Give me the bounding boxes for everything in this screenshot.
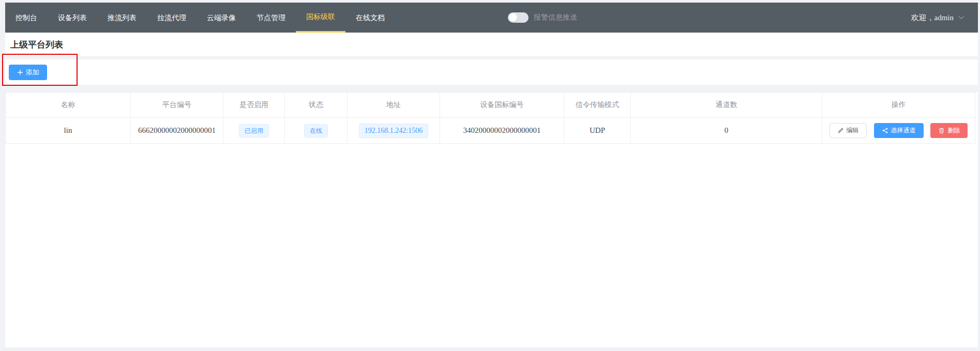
alarm-push-control: 报警信息推送 (508, 3, 577, 33)
col-header-status: 状态 (285, 93, 348, 118)
nav-item-push-list[interactable]: 推流列表 (97, 3, 147, 33)
enabled-badge: 已启用 (239, 124, 269, 138)
edit-button[interactable]: 编辑 (830, 123, 867, 138)
app-window: 控制台 设备列表 推流列表 拉流代理 云端录像 节点管理 国标级联 在线文档 报… (5, 3, 978, 347)
top-nav: 控制台 设备列表 推流列表 拉流代理 云端录像 节点管理 国标级联 在线文档 报… (5, 3, 978, 33)
share-icon (882, 127, 888, 134)
add-button[interactable]: 添加 (9, 65, 47, 80)
alarm-push-label: 报警信息推送 (534, 13, 577, 22)
cell-transport-mode: UDP (564, 118, 631, 144)
cell-name: lin (6, 118, 131, 144)
nav-item-cloud-record[interactable]: 云端录像 (197, 3, 246, 33)
cell-platform-id: 66620000002000000001 (131, 118, 223, 144)
select-channel-button-label: 选择通道 (891, 126, 916, 135)
plus-icon (17, 69, 23, 75)
title-bar: 上级平台列表 (5, 33, 978, 56)
pencil-icon (837, 127, 844, 134)
cell-address: 192.168.1.242:1506 (348, 118, 440, 144)
welcome-text: 欢迎，admin (911, 13, 954, 23)
delete-button-label: 删除 (947, 126, 960, 135)
col-header-address: 地址 (348, 93, 440, 118)
col-header-device-gb-id: 设备国标编号 (440, 93, 564, 118)
add-button-label: 添加 (26, 68, 39, 77)
edit-button-label: 编辑 (847, 126, 859, 135)
col-header-name: 名称 (6, 93, 131, 118)
address-badge: 192.168.1.242:1506 (359, 124, 428, 138)
nav-item-device-list[interactable]: 设备列表 (48, 3, 97, 33)
cell-device-gb-id: 34020000002000000001 (440, 118, 564, 144)
status-badge: 在线 (304, 124, 328, 138)
col-header-transport: 信令传输模式 (564, 93, 631, 118)
cell-channel-count: 0 (631, 118, 822, 144)
chevron-down-icon (958, 16, 964, 20)
toolbar: 添加 (5, 59, 978, 85)
divider (5, 85, 978, 92)
trash-icon (938, 127, 945, 134)
table-header-row: 名称 平台编号 是否启用 状态 地址 设备国标编号 信令传输模式 通道数 操作 (6, 93, 975, 118)
delete-button[interactable]: 删除 (930, 123, 968, 138)
nav-item-pull-proxy[interactable]: 拉流代理 (147, 3, 197, 33)
cell-enabled: 已启用 (223, 118, 285, 144)
user-menu[interactable]: 欢迎，admin (911, 3, 965, 33)
col-header-channel-count: 通道数 (631, 93, 822, 118)
col-header-platform-id: 平台编号 (131, 93, 223, 118)
table-row: lin 66620000002000000001 已启用 在线 192.168.… (6, 118, 975, 144)
cell-actions: 编辑 选择通道 (822, 118, 975, 144)
nav-item-node-manage[interactable]: 节点管理 (246, 3, 296, 33)
nav-item-gb-cascade[interactable]: 国标级联 (296, 3, 345, 33)
nav-menu: 控制台 设备列表 推流列表 拉流代理 云端录像 节点管理 国标级联 在线文档 (5, 3, 978, 33)
col-header-enabled: 是否启用 (223, 93, 285, 118)
toggle-knob (509, 13, 517, 22)
platform-table-card: 名称 平台编号 是否启用 状态 地址 设备国标编号 信令传输模式 通道数 操作 … (5, 92, 978, 347)
nav-item-online-docs[interactable]: 在线文档 (345, 3, 395, 33)
alarm-push-toggle[interactable] (508, 12, 529, 23)
platform-table: 名称 平台编号 是否启用 状态 地址 设备国标编号 信令传输模式 通道数 操作 … (5, 92, 975, 144)
page-title: 上级平台列表 (10, 39, 63, 51)
nav-item-console[interactable]: 控制台 (5, 3, 48, 33)
select-channel-button[interactable]: 选择通道 (874, 123, 924, 138)
col-header-actions: 操作 (822, 93, 975, 118)
cell-status: 在线 (285, 118, 348, 144)
